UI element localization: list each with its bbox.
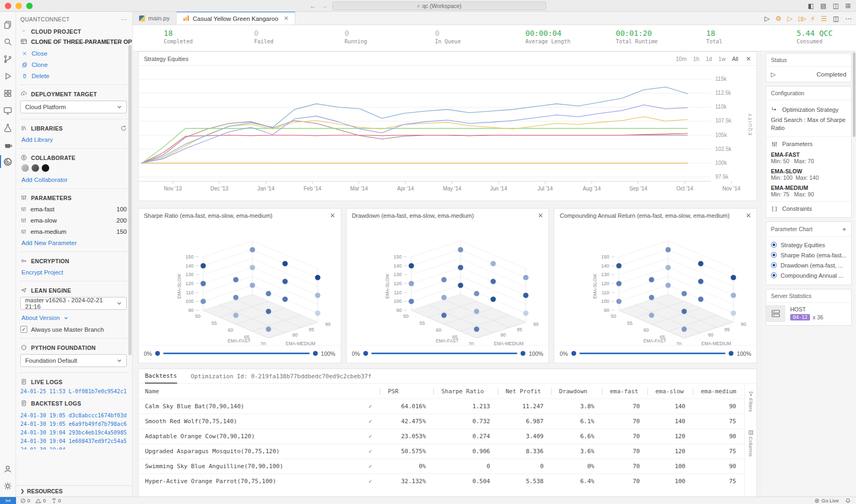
delete-project-link[interactable]: Delete xyxy=(21,73,127,79)
toggle-sidebar-icon[interactable]: ◧ xyxy=(808,2,814,10)
more-actions-icon[interactable]: ⋯ xyxy=(845,14,852,22)
test-beaker-icon[interactable] xyxy=(0,119,16,136)
close-window-button[interactable] xyxy=(5,3,11,9)
back-icon[interactable]: ← xyxy=(310,2,316,10)
table-row[interactable]: Upgraded Asparagus Mosquito(70,75,120)✓5… xyxy=(139,444,744,459)
quantconnect-icon[interactable] xyxy=(0,153,16,170)
tab-optimization-result[interactable]: Casual Yellow Green Kangaroo ✕ xyxy=(177,12,295,25)
sidebar-more-icon[interactable]: ⋯ xyxy=(121,16,127,22)
workspace-search-box[interactable]: ⌕ qc (Workspace) xyxy=(332,2,546,10)
live-lightning-icon[interactable]: ⚡ xyxy=(811,14,815,22)
slider-handle-left[interactable] xyxy=(571,351,576,356)
resources-section[interactable]: ❯ RESOURCES xyxy=(16,485,132,497)
col-header-drawdown[interactable]: Drawdown xyxy=(551,388,602,395)
scatter-slider[interactable]: 0%100% xyxy=(554,345,756,361)
source-control-icon[interactable] xyxy=(0,50,16,67)
col-header-net_profit[interactable]: Net Profit xyxy=(498,388,551,395)
extensions-icon[interactable] xyxy=(0,85,16,102)
scatter3d-chart[interactable]: 90100110120130140150EMA-SLOW5055606570EM… xyxy=(139,222,341,345)
slider-handle-left[interactable] xyxy=(155,351,160,356)
add-collaborator-link[interactable]: Add Collaborator xyxy=(21,177,127,183)
add-library-link[interactable]: Add Library xyxy=(21,136,127,143)
table-row[interactable]: Adaptable Orange Cow(70,90,120)✓23.053%0… xyxy=(139,429,744,444)
range-button-1h[interactable]: 1h xyxy=(693,56,699,62)
scatter3d-chart[interactable]: 90100110120130140150EMA-SLOW5055606570EM… xyxy=(347,222,549,345)
backtest-log-link[interactable]: 24-01-30 19:04 293bc4eb19c4a50985d372… xyxy=(20,430,127,436)
about-version-link[interactable]: About Version xyxy=(21,315,127,321)
close-panel-icon[interactable]: ✕ xyxy=(746,212,751,219)
columns-tab[interactable]: Columns xyxy=(748,430,754,457)
col-header-ema_slow[interactable]: ema-slow xyxy=(647,388,693,395)
backtests-tab[interactable]: Backtests xyxy=(145,369,177,384)
scatter-slider[interactable]: 0%100% xyxy=(139,345,341,361)
radio-selected-icon[interactable] xyxy=(771,262,777,268)
slider-track[interactable] xyxy=(371,353,518,354)
run-icon[interactable]: ▷ xyxy=(765,14,770,22)
master-branch-checkbox-row[interactable]: ✓ Always use Master Branch xyxy=(20,326,127,333)
slider-handle-left[interactable] xyxy=(363,351,368,356)
bell-icon[interactable] xyxy=(845,498,851,503)
forward-icon[interactable]: → xyxy=(322,2,328,10)
radio-selected-icon[interactable] xyxy=(771,242,777,248)
remote-explorer-icon[interactable] xyxy=(0,102,16,119)
settings-gear-icon[interactable] xyxy=(0,477,16,494)
window-controls[interactable] xyxy=(5,3,33,9)
slider-track[interactable] xyxy=(579,353,726,354)
range-button-1w[interactable]: 1w xyxy=(719,56,725,62)
maximize-window-button[interactable] xyxy=(26,3,33,9)
warnings-indicator[interactable]: 0 xyxy=(35,498,45,503)
filters-tab[interactable]: Filters xyxy=(748,392,754,412)
range-button-1d[interactable]: 1d xyxy=(706,56,712,62)
chart-option-compounding-annual[interactable]: Compounding Annual ... xyxy=(771,272,846,279)
table-row[interactable]: Calm Sky Blue Bat(70,90,140)✓64.016%1.21… xyxy=(139,399,744,414)
backtest-log-link[interactable]: 24-01-30 19:05 d3c8abccc1674bf03dc784… xyxy=(20,413,127,418)
slider-track[interactable] xyxy=(163,353,310,354)
radio-selected-icon[interactable] xyxy=(771,252,777,258)
col-header-ema_medium[interactable]: ema-medium xyxy=(693,388,744,395)
close-panel-icon[interactable]: ✕ xyxy=(330,212,335,219)
toggle-panel-icon[interactable]: ▤ xyxy=(820,2,826,10)
fast-forward-icon[interactable]: ▷▷ xyxy=(798,14,804,22)
tab-main-py[interactable]: main.py xyxy=(133,12,177,25)
parameter-row-ema-fast[interactable]: ema-fast100 xyxy=(20,206,127,212)
scatter3d-chart[interactable]: 90100110120130140150EMA-SLOW5055606570EM… xyxy=(554,222,756,345)
encrypt-project-link[interactable]: Encrypt Project xyxy=(21,269,127,276)
build-gear-icon[interactable]: ⚙ xyxy=(776,14,782,22)
col-header-sharpe[interactable]: Sharpe Ratio xyxy=(433,388,498,395)
add-chart-icon[interactable]: + xyxy=(842,225,846,233)
close-panel-icon[interactable]: ✕ xyxy=(746,55,751,63)
sidebar-scrollbar[interactable] xyxy=(128,45,132,355)
minimize-window-button[interactable] xyxy=(16,3,22,9)
split-editor-icon[interactable]: ◫ xyxy=(833,14,839,22)
project-name-row[interactable]: CLONE OF THREE-PARAMETER OPTIMI... xyxy=(20,38,127,45)
table-row[interactable]: Smooth Red Wolf(70,75,140)✓42.475%0.7326… xyxy=(139,414,744,429)
remote-indicator[interactable]: >< xyxy=(0,497,16,504)
toggle-rightbar-icon[interactable]: ◫ xyxy=(833,2,839,10)
avatar[interactable] xyxy=(32,164,39,172)
backtest-log-link[interactable]: 24-01-30 19:04 1e608437ed9f2c54a5ab9d… xyxy=(20,438,127,444)
equity-chart[interactable]: 115k112.5k110k107.5k105k102.5k100k97.5kN… xyxy=(139,66,756,201)
explorer-icon[interactable] xyxy=(0,16,16,33)
chart-option-strategy-equities[interactable]: Strategy Equities xyxy=(771,242,846,248)
errors-indicator[interactable]: 0 xyxy=(20,498,30,503)
parameter-row-ema-slow[interactable]: ema-slow200 xyxy=(20,217,127,224)
go-live-button[interactable]: Go Live xyxy=(814,498,839,503)
avatar[interactable] xyxy=(42,164,49,172)
col-header-psr[interactable]: PSR xyxy=(380,388,433,395)
backtest-log-link[interactable]: 24-01-30 19:05 e6a9fb49fd7b798ac6784f… xyxy=(20,421,127,427)
col-header-ema_fast[interactable]: ema-fast xyxy=(602,388,647,395)
scatter-slider[interactable]: 0%100% xyxy=(347,345,549,361)
backtest-log-link[interactable]: 24-01-30 19:04 xyxy=(20,447,127,449)
avatar[interactable] xyxy=(21,164,29,172)
parameter-row-ema-medium[interactable]: ema-medium150 xyxy=(20,228,127,235)
radio-selected-icon[interactable] xyxy=(771,272,777,278)
lean-cli-icon[interactable] xyxy=(0,136,16,153)
clone-project-link[interactable]: Clone xyxy=(21,62,127,68)
search-icon[interactable] xyxy=(0,33,16,50)
slider-handle-right[interactable] xyxy=(729,351,733,356)
run-debug-icon[interactable] xyxy=(0,67,16,85)
window-scrollbar[interactable] xyxy=(853,52,855,137)
lean-version-select[interactable]: master v16263 - 2024-02-21 21:16 xyxy=(20,297,127,310)
chart-option-sharpe-ratio-ema-fast[interactable]: Sharpe Ratio (ema-fast... xyxy=(771,252,846,258)
close-panel-icon[interactable]: ✕ xyxy=(538,212,543,219)
